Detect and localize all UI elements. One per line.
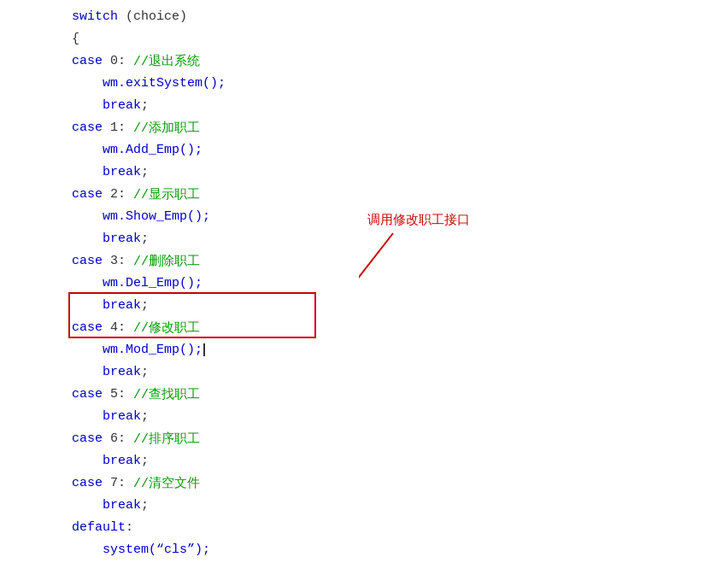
code-line-23: break; bbox=[0, 494, 728, 516]
code-line-5: break; bbox=[0, 94, 728, 116]
code-line-17: break; bbox=[0, 361, 728, 383]
code-line-8: break; bbox=[0, 161, 728, 183]
text-cursor bbox=[203, 343, 205, 356]
svg-line-1 bbox=[359, 233, 393, 310]
code-line-16: wm.Mod_Emp(); bbox=[0, 338, 728, 361]
code-line-9: case 2: //显示职工 bbox=[0, 183, 728, 205]
code-line-2: { bbox=[0, 27, 728, 50]
code-line-21: break; bbox=[0, 449, 728, 472]
code-line-19: break; bbox=[0, 405, 728, 427]
code-line-10: wm.Show_Emp(); bbox=[0, 205, 728, 227]
code-line-4: wm.exitSystem(); bbox=[0, 72, 728, 94]
annotation-text: 调用修改职工接口 bbox=[367, 212, 470, 228]
code-line-22: case 7: //清空文件 bbox=[0, 472, 728, 494]
code-editor: switch (choice){case 0: //退出系统wm.exitSys… bbox=[0, 0, 728, 563]
code-line-25: system(“cls”); bbox=[0, 538, 728, 560]
arrow-icon bbox=[359, 229, 530, 331]
code-line-1: switch (choice) bbox=[0, 5, 728, 27]
code-line-24: default: bbox=[0, 516, 728, 538]
code-line-18: case 5: //查找职工 bbox=[0, 383, 728, 405]
code-line-7: wm.Add_Emp(); bbox=[0, 138, 728, 161]
code-line-3: case 0: //退出系统 bbox=[0, 50, 728, 72]
code-line-20: case 6: //排序职工 bbox=[0, 427, 728, 449]
code-line-6: case 1: //添加职工 bbox=[0, 116, 728, 138]
